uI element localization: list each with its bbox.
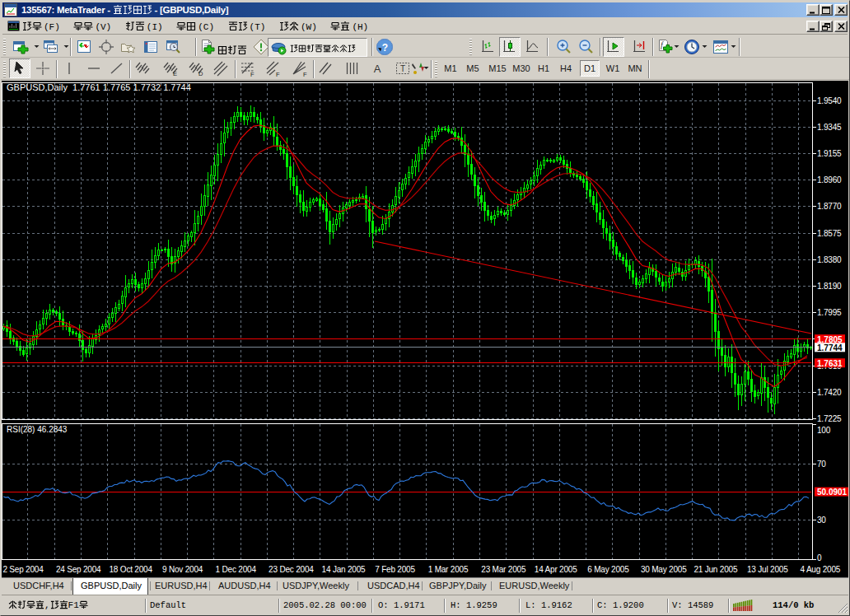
svg-text:D: D [198, 70, 203, 77]
svg-text:1.8575: 1.8575 [817, 229, 842, 238]
svg-text:1.9540: 1.9540 [817, 96, 842, 105]
svg-text:13 Jul 2005: 13 Jul 2005 [747, 565, 788, 574]
svg-text:F: F [250, 71, 255, 77]
svg-text:2 Sep 2004: 2 Sep 2004 [2, 565, 44, 574]
svg-text:6 May 2005: 6 May 2005 [587, 565, 629, 574]
svg-text:1.9155: 1.9155 [817, 149, 842, 158]
svg-text:50.0901: 50.0901 [817, 488, 848, 497]
svg-text:30: 30 [817, 516, 826, 525]
svg-text:23 Dec 2004: 23 Dec 2004 [269, 565, 314, 574]
svg-text:E: E [173, 70, 177, 77]
svg-text:30 May 2005: 30 May 2005 [641, 565, 687, 574]
svg-text:100: 100 [817, 426, 831, 435]
svg-text:?: ? [382, 42, 388, 54]
svg-text:21 Jun 2005: 21 Jun 2005 [694, 565, 737, 574]
svg-text:1.7225: 1.7225 [817, 414, 842, 423]
svg-text:7 Feb 2005: 7 Feb 2005 [375, 565, 415, 574]
svg-text:70: 70 [817, 460, 826, 469]
svg-text:1.9345: 1.9345 [817, 123, 842, 132]
svg-text:23 Mar 2005: 23 Mar 2005 [481, 565, 526, 574]
svg-text:GBPUSD,Daily 1.7761 1.7765 1.: GBPUSD,Daily 1.7761 1.7765 1.7732 1.7744 [7, 82, 191, 92]
svg-text:14 Apr 2005: 14 Apr 2005 [535, 565, 577, 574]
svg-text:1.7744: 1.7744 [817, 343, 843, 352]
svg-text:1.8380: 1.8380 [817, 255, 842, 264]
svg-text:A: A [374, 63, 381, 75]
svg-text:1.7995: 1.7995 [817, 308, 842, 317]
svg-text:1.7631: 1.7631 [817, 359, 843, 368]
svg-text:1.8190: 1.8190 [817, 282, 842, 291]
svg-text:RSI(28) 46.2843: RSI(28) 46.2843 [7, 425, 68, 434]
svg-text:1.8770: 1.8770 [817, 202, 842, 211]
svg-text:1 Mar 2005: 1 Mar 2005 [428, 565, 469, 574]
svg-text:1 Dec 2004: 1 Dec 2004 [216, 565, 257, 574]
svg-text:0: 0 [817, 553, 822, 562]
svg-text:F: F [276, 71, 280, 77]
svg-text:14 Jan 2005: 14 Jan 2005 [322, 565, 366, 574]
svg-text:9 Nov 2004: 9 Nov 2004 [162, 565, 203, 574]
svg-text:24 Sep 2004: 24 Sep 2004 [56, 565, 101, 574]
svg-text:F: F [303, 71, 307, 77]
svg-text:1.7420: 1.7420 [817, 388, 842, 397]
svg-text:1.8960: 1.8960 [817, 175, 842, 184]
svg-text:T: T [400, 64, 405, 73]
svg-text:18 Oct 2004: 18 Oct 2004 [110, 565, 153, 574]
svg-text:4 Aug 2005: 4 Aug 2005 [801, 565, 841, 574]
